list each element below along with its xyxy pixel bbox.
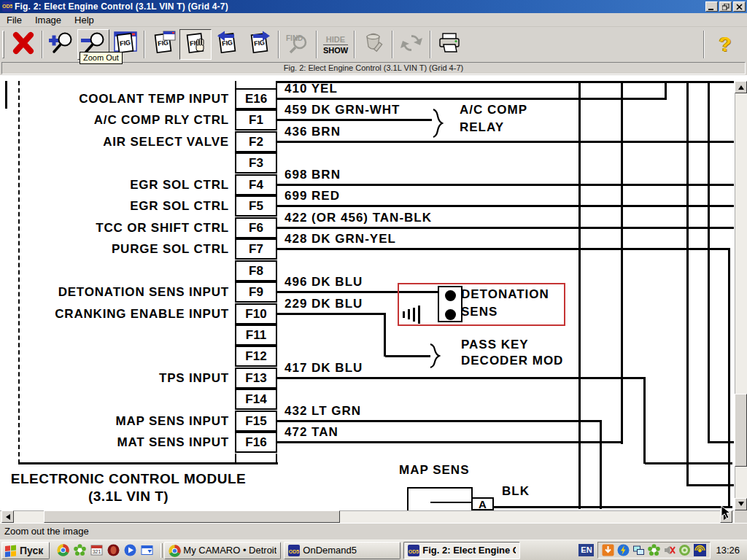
task-label: OnDemand5 <box>303 545 357 556</box>
scroll-left-button[interactable] <box>1 510 14 523</box>
print-button[interactable] <box>433 29 465 60</box>
pin-box-F14: F14 <box>235 389 277 410</box>
wire-F10 <box>385 355 430 357</box>
opera-icon[interactable] <box>107 544 120 556</box>
horizontal-scrollbar[interactable] <box>0 510 734 523</box>
media-player-icon[interactable] <box>124 544 136 556</box>
wire-F7 <box>728 248 730 508</box>
next-figure-button[interactable]: FIG <box>244 29 276 60</box>
calendar-icon[interactable]: 321 <box>90 544 103 556</box>
pass-key-brace <box>429 343 441 368</box>
windows-explorer-icon[interactable] <box>141 544 153 556</box>
restore-button[interactable] <box>719 1 732 12</box>
figure-in-new-window-button[interactable]: FIG <box>147 29 179 60</box>
status-bar: Zoom out the image <box>0 523 747 540</box>
flashget-tray-icon[interactable] <box>617 544 630 556</box>
find-magnifier-icon: FIND <box>285 30 311 59</box>
map-sens-inner-line <box>430 502 473 503</box>
network-tray-icon[interactable] <box>632 544 645 556</box>
refresh-button[interactable] <box>395 29 427 60</box>
bus-wire-vertical <box>686 81 689 484</box>
map-sens-pin-a: A <box>471 497 494 510</box>
pin-box-F12: F12 <box>235 346 277 367</box>
fig-popup-icon: FIG <box>150 30 177 59</box>
icq-icon[interactable] <box>74 544 86 556</box>
vertical-scrollbar[interactable] <box>735 81 747 510</box>
toolbar-grip[interactable] <box>2 31 4 58</box>
chrome-icon[interactable] <box>57 544 69 556</box>
wireless-tray-icon[interactable] <box>694 544 706 556</box>
pin-column-edge <box>276 454 277 462</box>
blk-wire-label: BLK <box>502 484 530 499</box>
detonation-sens-label: SENS <box>461 305 498 319</box>
previous-figure-button[interactable]: FIG <box>212 29 244 60</box>
pin-box-F8: F8 <box>235 260 277 281</box>
pin-label-F15: MAP SENS INPUT <box>0 414 229 429</box>
connector-pin-dot <box>445 309 456 320</box>
scroll-up-button[interactable] <box>735 81 747 93</box>
menu-item-file[interactable]: File <box>0 13 28 27</box>
zoom-in-button[interactable] <box>45 29 77 60</box>
application-window: OD5 Fig. 2: Elect Engine Control (3.1L V… <box>0 0 747 560</box>
pin-label-F9: DETONATION SENS INPUT <box>0 285 229 300</box>
volume-muted-tray-icon[interactable] <box>663 544 676 556</box>
wire-F10 <box>277 313 385 315</box>
wire-label-F1: 459 DK GRN-WHT <box>285 103 400 117</box>
fig-arrow-right-icon: FIG <box>247 30 273 59</box>
taskbar: Пуск 321 My CAMARO • Detroit Cl...OD5OnD… <box>0 540 747 560</box>
ods-icon: OD5 <box>288 545 300 556</box>
wire-F4 <box>277 184 734 186</box>
taskbar-clock[interactable]: 13:26 <box>711 545 744 556</box>
wire-label-F13: 417 DK BLU <box>285 361 363 376</box>
close-icon <box>736 4 743 10</box>
restore-icon <box>722 4 729 10</box>
wire-label-F7: 428 DK GRN-YEL <box>285 232 396 246</box>
hide-show-labels-button[interactable]: HIDESHOW <box>320 29 352 60</box>
vertical-scroll-thumb[interactable] <box>735 394 747 467</box>
pin-column-edge <box>276 81 277 88</box>
bus-wire-corner <box>708 441 734 443</box>
menu-item-help[interactable]: Help <box>68 13 101 27</box>
wiring-diagram[interactable]: E16COOLANT TEMP INPUT410 YELF1A/C COMP R… <box>0 75 734 510</box>
help-button[interactable]: ? <box>709 29 741 60</box>
find-in-figure-button[interactable]: FIND <box>282 29 314 60</box>
nvidia-tray-icon[interactable] <box>678 544 691 556</box>
task-button[interactable]: My CAMARO • Detroit Cl... <box>164 542 281 559</box>
pin-box-F3: F3 <box>235 152 277 174</box>
close-figure-button[interactable] <box>7 29 39 60</box>
map-sens-label: MAP SENS <box>399 463 470 478</box>
pin-label-F7: PURGE SOL CTRL <box>0 242 229 257</box>
start-button[interactable]: Пуск <box>1 542 50 559</box>
mouse-cursor <box>721 505 734 519</box>
task-buttons: My CAMARO • Detroit Cl...OD5OnDemand5OD5… <box>164 542 520 559</box>
arrow-down-icon <box>738 502 744 509</box>
task-button-active[interactable]: OD5Fig. 2: Elect Engine Co... <box>403 542 520 559</box>
pin-box-F11: F11 <box>235 324 277 346</box>
window-title: Fig. 2: Elect Engine Control (3.1L VIN T… <box>15 1 704 12</box>
language-indicator[interactable]: EN <box>578 544 594 556</box>
task-button[interactable]: OD5OnDemand5 <box>284 542 400 559</box>
menu-item-image[interactable]: Image <box>28 13 68 27</box>
sensor-element-bar <box>418 306 420 324</box>
bus-wire-corner <box>686 484 734 486</box>
horizontal-scroll-thumb[interactable] <box>44 510 340 523</box>
icq-tray-icon[interactable] <box>648 544 660 556</box>
minimize-button[interactable] <box>705 1 718 12</box>
wire-E16 <box>277 98 666 100</box>
taskbar-grip[interactable] <box>160 543 163 558</box>
wire-F7 <box>277 248 729 250</box>
scroll-down-button[interactable] <box>735 498 747 510</box>
download-manager-tray-icon[interactable] <box>602 544 614 556</box>
wire-label-F9: 496 DK BLU <box>285 275 363 289</box>
highlight-button[interactable] <box>357 29 390 60</box>
wire-F15 <box>600 420 602 509</box>
toolbar-separator <box>278 31 279 58</box>
fig-hand-icon: FIG <box>182 30 209 59</box>
pan-figure-button[interactable]: FIG <box>179 29 212 60</box>
svg-text:FIG: FIG <box>119 39 131 47</box>
toolbar-separator <box>392 31 393 58</box>
chrome-icon <box>169 545 180 556</box>
pin-box-F4: F4 <box>235 174 277 195</box>
close-button[interactable] <box>733 1 746 12</box>
wire-label-F2: 436 BRN <box>285 125 341 139</box>
